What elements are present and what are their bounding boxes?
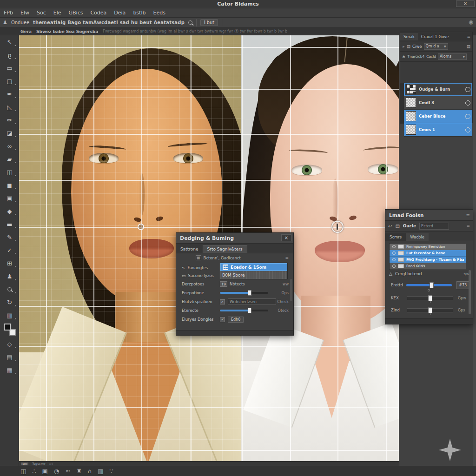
mesh-tool[interactable]: ▦ [0, 364, 19, 377]
layer-visibility-circle[interactable] [465, 87, 470, 92]
panel-menu-icon[interactable]: ≡ [285, 256, 289, 260]
toggle-circle-icon[interactable] [392, 245, 396, 248]
layer-row[interactable]: Cmos 1 [404, 123, 472, 137]
menu-item-2[interactable]: Soc [37, 10, 46, 16]
grid-tool[interactable]: ⊞ [0, 257, 19, 270]
zoom-level-box[interactable]: 100 [21, 463, 28, 465]
opacity-select[interactable]: Alorns▼ [438, 53, 467, 60]
triangle-icon[interactable]: △ [389, 271, 392, 276]
draw-tool[interactable]: ✎ [0, 231, 19, 244]
menu-item-0[interactable]: FPb [4, 10, 13, 16]
layer-row[interactable]: Ceber Bluce [404, 110, 472, 123]
stack-icon[interactable]: ▤ [466, 44, 470, 49]
exposure-slider[interactable] [406, 284, 452, 286]
menu-item-3[interactable]: Ele [53, 10, 61, 16]
gradient-tool[interactable]: ◪ [0, 126, 19, 139]
eraser-tool[interactable]: ▰ [0, 152, 19, 165]
levels-list-item[interactable]: Fimmpuwey Bemotion [390, 244, 466, 250]
layer-thumbnail[interactable] [406, 98, 416, 108]
layer-visibility-circle[interactable] [465, 114, 470, 119]
checkbox[interactable]: ✓ [220, 317, 225, 322]
checkbox[interactable]: ✓ [220, 299, 225, 304]
dots-app-icon[interactable]: ∴ [32, 468, 36, 475]
pin-icon[interactable]: ∗ [402, 54, 406, 59]
levels-search-input[interactable] [419, 223, 449, 230]
tab-sattrone[interactable]: Sattrone [176, 245, 203, 253]
menu-item-6[interactable]: Deia [114, 10, 126, 16]
fill-tool[interactable]: ◼ [0, 178, 19, 192]
home-app-icon[interactable]: ⌂ [88, 468, 92, 475]
layer-visibility-circle[interactable] [465, 127, 470, 132]
move-tool[interactable]: ↖ [0, 35, 19, 48]
panel-menu-icon[interactable]: ≡ [467, 34, 472, 39]
exposure-slider[interactable] [220, 292, 268, 294]
slider-value-box[interactable]: #73 [456, 281, 469, 289]
mini-button[interactable]: Edh0 [228, 317, 244, 323]
tab-scmrs[interactable]: Scmrs [385, 233, 406, 241]
glasses-tool[interactable]: ∞ [0, 139, 19, 152]
dots2-app-icon[interactable]: ∵ [109, 468, 113, 475]
rotate-tool[interactable]: ↻ [0, 296, 19, 309]
toggle-circle-icon[interactable] [392, 258, 396, 261]
pen-tool[interactable]: ✒ [0, 87, 19, 100]
stamp-tool[interactable]: ▣ [0, 192, 19, 205]
search-icon[interactable] [188, 20, 192, 25]
rows-tool[interactable]: ▤ [0, 350, 19, 364]
zoom-tool[interactable] [0, 283, 19, 296]
strength-slider[interactable] [220, 310, 268, 311]
levels-list-item[interactable]: PAG Frschtung · Tbcem & Fbad [390, 257, 466, 263]
ruler-tool[interactable]: ◺ [0, 100, 19, 113]
wave-app-icon[interactable]: ≈ [65, 468, 70, 475]
layer-row[interactable]: Cmdl 3 [404, 96, 472, 110]
tab-channel-group[interactable]: Crauzl 1 Gove [418, 33, 452, 40]
tab-settings[interactable]: Srto Sagnlv&ters [203, 245, 247, 253]
foreground-color-swatch[interactable] [4, 324, 11, 331]
target-marker[interactable] [331, 221, 344, 233]
back-icon[interactable]: ↩ [388, 224, 392, 229]
kex-slider[interactable] [407, 296, 453, 300]
menu-item-8[interactable]: Eeds [153, 10, 165, 16]
value-badge[interactable]: 19 [220, 281, 227, 287]
shape-tool[interactable]: ◆ [0, 205, 19, 218]
columns-tool[interactable]: ▥ [0, 309, 19, 322]
columns-app-icon[interactable]: ▥ [98, 468, 103, 475]
dialog-title-bar[interactable]: Dedging & Buming × [176, 233, 293, 244]
tab-wacble[interactable]: Wacble [406, 233, 429, 241]
bell-icon[interactable]: ◉ [469, 19, 473, 25]
figure-tool[interactable]: ♟ [0, 270, 19, 283]
pencil-tool[interactable]: ✏ [0, 113, 19, 126]
lasso-tool[interactable]: ϱ [0, 48, 19, 61]
check-tool[interactable]: ✓ [0, 244, 19, 257]
dialog-scrollbar[interactable] [290, 279, 292, 301]
levels-list-item[interactable]: Pand 60N9 [390, 263, 466, 270]
layer-visibility-circle[interactable] [465, 100, 470, 106]
toggle-circle-icon[interactable] [392, 251, 396, 255]
menu-item-7[interactable]: bstlb [133, 10, 145, 16]
tower-app-icon[interactable]: ♜ [76, 468, 82, 475]
levels-scrollbar[interactable] [469, 270, 471, 314]
marquee-tool[interactable]: ▭ [0, 61, 19, 74]
options-button[interactable]: Lbut [200, 19, 218, 26]
layer-thumbnail[interactable] [406, 84, 416, 94]
layer-thumbnail[interactable] [406, 125, 416, 135]
close-icon[interactable]: × [281, 234, 291, 241]
line-tool[interactable]: ▬ [0, 218, 19, 231]
crosshair-marker[interactable] [138, 224, 144, 230]
list-item[interactable]: B0M Sbore [220, 271, 287, 279]
toggle-circle-icon[interactable] [392, 264, 396, 268]
menu-item-4[interactable]: GBics [69, 10, 83, 16]
rounded-marquee-tool[interactable]: ▢ [0, 74, 19, 87]
polygon-tool[interactable]: ◇ [0, 337, 19, 350]
levels-list-item[interactable]: Lut fecerdor & bese [390, 250, 466, 257]
panel-menu-icon[interactable]: ≡ [466, 224, 470, 228]
slice-tool[interactable]: ◫ [0, 165, 19, 178]
tab-smak[interactable]: Smak [400, 33, 418, 40]
doc-app-icon[interactable]: ▣ [42, 468, 48, 475]
dialog-combo-row[interactable]: ▦ Bctonn', Gadicanct ≡ [196, 255, 290, 260]
menu-item-5[interactable]: Codea [90, 10, 106, 16]
options-mode-label[interactable]: Onduee [11, 20, 29, 25]
text-input[interactable] [228, 298, 276, 305]
layer-row[interactable]: Oudge & Burn [404, 83, 472, 96]
list-item[interactable]: Ecedor & 1Som [220, 263, 287, 271]
blend-mode-select[interactable]: Qm d a▼ [424, 43, 448, 50]
